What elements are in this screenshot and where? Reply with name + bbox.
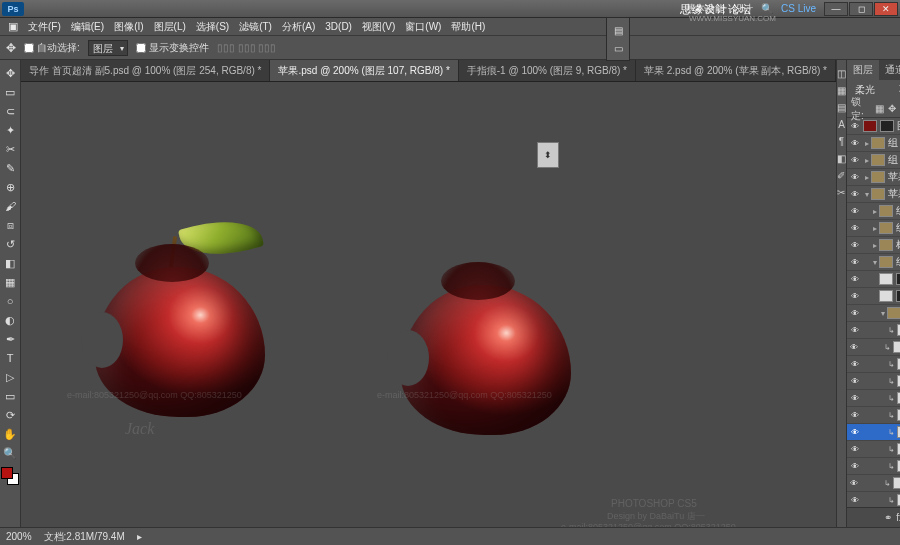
visibility-icon[interactable]: 👁 [847, 122, 863, 131]
visibility-icon[interactable]: 👁 [847, 428, 863, 437]
visibility-icon[interactable]: 👁 [847, 190, 863, 199]
color-swatches[interactable] [1, 467, 19, 485]
path-tool[interactable]: ▷ [0, 368, 20, 386]
document-tab[interactable]: 苹果.psd @ 200% (图层 107, RGB/8) * [270, 60, 458, 82]
visibility-icon[interactable]: 👁 [847, 360, 863, 369]
visibility-icon[interactable]: 👁 [847, 309, 863, 318]
usb-device-icon[interactable]: ⬍ [537, 142, 559, 168]
folder-toggle[interactable]: ▸ [863, 173, 871, 182]
visibility-icon[interactable]: 👁 [847, 258, 863, 267]
lock-pixels-icon[interactable]: ▦ [875, 103, 884, 114]
menu-help[interactable]: 帮助(H) [447, 18, 489, 36]
layer-row[interactable]: 👁↳图层 85 [847, 373, 900, 390]
visibility-icon[interactable]: 👁 [847, 224, 863, 233]
zoom-level[interactable]: 200% [6, 531, 32, 542]
visibility-icon[interactable]: 👁 [847, 292, 863, 301]
tab-channels[interactable]: 通道 [879, 60, 900, 80]
folder-toggle[interactable]: ▸ [863, 156, 871, 165]
layer-row[interactable]: 👁↳图层 79 副本 [847, 339, 900, 356]
type-tool[interactable]: T [0, 349, 20, 367]
lock-position-icon[interactable]: ✥ [888, 103, 896, 114]
layer-row[interactable]: 👁▾组 11 [847, 254, 900, 271]
layer-row[interactable]: 👁↳图层 … [847, 458, 900, 475]
cslive-link[interactable]: CS Live [781, 3, 816, 14]
visibility-icon[interactable]: 👁 [847, 156, 863, 165]
tab-layers[interactable]: 图层 [847, 60, 879, 80]
close-button[interactable]: ✕ [874, 2, 898, 16]
document-tab[interactable]: 手指痕-1 @ 100% (图层 9, RGB/8) * [459, 60, 636, 82]
styles-icon[interactable]: ◧ [837, 153, 846, 164]
layer-row[interactable]: 👁▸组 8 [847, 152, 900, 169]
history-icon[interactable]: ◫ [837, 68, 846, 79]
visibility-icon[interactable]: 👁 [847, 207, 863, 216]
zoom-tool[interactable]: 🔍 [0, 444, 20, 462]
autoselect-checkbox[interactable] [24, 43, 34, 53]
layer-row[interactable]: 👁▾组 12 [847, 305, 900, 322]
document-tab[interactable]: 导作 首页超清 副5.psd @ 100% (图层 254, RGB/8) * [21, 60, 270, 82]
stamp-tool[interactable]: ⧇ [0, 216, 20, 234]
blur-tool[interactable]: ○ [0, 292, 20, 310]
menu-image[interactable]: 图像(I) [110, 18, 147, 36]
para-icon[interactable]: ¶ [839, 136, 844, 147]
brush-tool[interactable]: 🖌 [0, 197, 20, 215]
visibility-icon[interactable]: 👁 [847, 411, 863, 420]
marquee-tool[interactable]: ▭ [0, 83, 20, 101]
3d-tool[interactable]: ⟳ [0, 406, 20, 424]
document-tab[interactable]: 苹果 2.psd @ 200% (苹果 副本, RGB/8) * [636, 60, 836, 82]
tool-presets-icon[interactable]: ✂ [837, 187, 845, 198]
visibility-icon[interactable]: 👁 [847, 496, 863, 505]
brush-panel-icon[interactable]: ✐ [837, 170, 845, 181]
folder-toggle[interactable]: ▸ [871, 241, 879, 250]
heal-tool[interactable]: ⊕ [0, 178, 20, 196]
layer-row[interactable]: 👁↳图层 76 [847, 492, 900, 507]
wand-tool[interactable]: ✦ [0, 121, 20, 139]
minibridge-icon[interactable]: ▤ [614, 21, 623, 39]
layer-row[interactable]: 👁▸组 13 [847, 203, 900, 220]
visibility-icon[interactable]: 👁 [847, 479, 862, 488]
search-icon[interactable]: 🔍 [761, 3, 773, 14]
menu-filter[interactable]: 滤镜(T) [235, 18, 276, 36]
gradient-tool[interactable]: ▦ [0, 273, 20, 291]
layer-row[interactable]: 👁↳图层 108 [847, 407, 900, 424]
visibility-icon[interactable]: 👁 [847, 139, 863, 148]
menu-select[interactable]: 选择(S) [192, 18, 233, 36]
visibility-icon[interactable]: 👁 [847, 343, 862, 352]
folder-toggle[interactable]: ▸ [863, 139, 871, 148]
swatches-icon[interactable]: ▤ [837, 102, 846, 113]
layer-row[interactable]: 👁↳图层 76 副本 [847, 475, 900, 492]
hand-tool[interactable]: ✋ [0, 425, 20, 443]
color-icon[interactable]: ▦ [837, 85, 846, 96]
link-layers-icon[interactable]: ⚭ [884, 512, 892, 523]
visibility-icon[interactable]: 👁 [847, 394, 863, 403]
move-tool[interactable]: ✥ [0, 64, 20, 82]
visibility-icon[interactable]: 👁 [847, 241, 863, 250]
shape-tool[interactable]: ▭ [0, 387, 20, 405]
layer-row[interactable]: 👁▸树枝 [847, 237, 900, 254]
menu-analysis[interactable]: 分析(A) [278, 18, 319, 36]
visibility-icon[interactable]: 👁 [847, 462, 863, 471]
pen-tool[interactable]: ✒ [0, 330, 20, 348]
fx-icon[interactable]: fx [896, 512, 900, 523]
layer-row[interactable]: 👁↳图层 79 [847, 356, 900, 373]
layer-row[interactable]: 👁▸组 9 [847, 135, 900, 152]
menu-window[interactable]: 窗口(W) [401, 18, 445, 36]
maximize-button[interactable]: ◻ [849, 2, 873, 16]
layer-row[interactable]: 👁图层 95 副本 [847, 288, 900, 305]
menu-edit[interactable]: 编辑(E) [67, 18, 108, 36]
visibility-icon[interactable]: 👁 [847, 445, 863, 454]
visibility-icon[interactable]: 👁 [847, 377, 863, 386]
layer-row[interactable]: 👁图层 119 [847, 118, 900, 135]
lasso-tool[interactable]: ⊂ [0, 102, 20, 120]
visibility-icon[interactable]: 👁 [847, 326, 863, 335]
layer-row[interactable]: 👁▸苹果 副本 [847, 169, 900, 186]
crop-tool[interactable]: ✂ [0, 140, 20, 158]
layer-row[interactable]: 👁↳图层 [847, 322, 900, 339]
folder-toggle[interactable]: ▾ [871, 258, 879, 267]
visibility-icon[interactable]: 👁 [847, 173, 863, 182]
canvas[interactable]: ⬍ e-mail:805321250@qq.com QQ:805321250 e… [21, 82, 836, 527]
layer-row[interactable]: 👁↳图层 82 [847, 441, 900, 458]
menu-3d[interactable]: 3D(D) [321, 19, 356, 34]
layer-row[interactable]: 👁图层 127 [847, 271, 900, 288]
history-brush-tool[interactable]: ↺ [0, 235, 20, 253]
layer-row[interactable]: 👁▸组 9 [847, 220, 900, 237]
